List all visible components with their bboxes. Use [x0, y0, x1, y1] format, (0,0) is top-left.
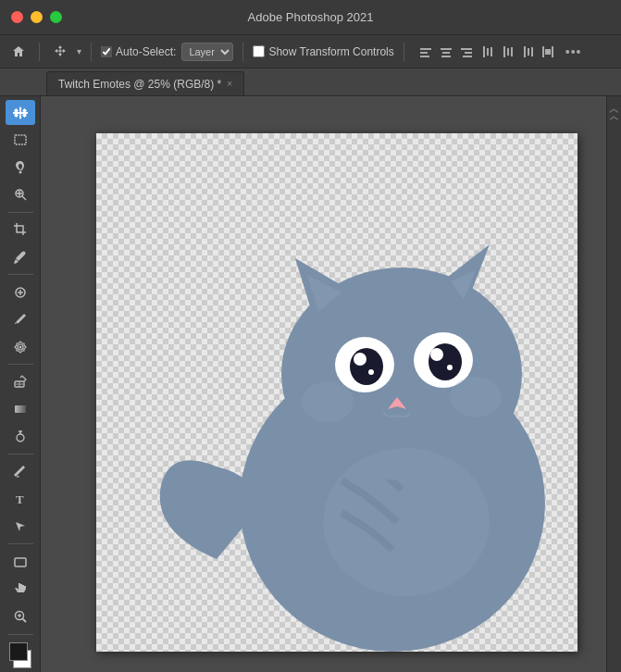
svg-rect-14 [511, 47, 513, 56]
svg-line-24 [22, 196, 26, 200]
tool-separator-5 [7, 543, 33, 544]
svg-rect-19 [552, 46, 553, 57]
dodge-tool-button[interactable] [6, 424, 35, 449]
svg-rect-3 [441, 48, 452, 50]
svg-rect-7 [465, 52, 472, 54]
move-tool-icon[interactable] [49, 41, 71, 63]
close-button[interactable] [11, 11, 23, 23]
separator-1 [39, 43, 40, 61]
svg-point-58 [420, 591, 485, 628]
shape-tool-button[interactable] [6, 549, 35, 574]
layer-select[interactable]: Layer [181, 43, 233, 61]
main-area: T [0, 96, 621, 672]
tool-separator-1 [7, 212, 33, 213]
svg-rect-18 [542, 46, 544, 57]
separator-3 [242, 43, 243, 61]
svg-rect-0 [420, 48, 431, 50]
left-toolbar: T [0, 96, 41, 672]
clone-stamp-button[interactable] [6, 334, 35, 359]
quick-select-tool-button[interactable] [6, 181, 35, 206]
more-options-icon[interactable]: ••• [565, 44, 582, 59]
show-transform-label: Show Transform Controls [268, 45, 393, 58]
svg-point-60 [450, 377, 502, 417]
align-bottom-icon[interactable] [519, 44, 536, 60]
tab-label: Twitch Emotes @ 25% (RGB/8) * [58, 78, 221, 91]
color-swatches[interactable] [6, 642, 35, 667]
tool-separator-4 [7, 454, 33, 454]
svg-rect-37 [15, 558, 26, 566]
eraser-tool-button[interactable] [6, 369, 35, 394]
hand-tool-button[interactable] [6, 577, 35, 602]
separator-2 [91, 43, 92, 61]
crop-tool-button[interactable] [6, 217, 35, 242]
home-icon[interactable] [7, 41, 30, 63]
pen-tool-button[interactable] [6, 459, 35, 484]
zoom-tool-button[interactable] [6, 604, 35, 628]
svg-rect-4 [442, 52, 450, 54]
svg-point-53 [430, 348, 443, 361]
spot-heal-tool-button[interactable] [6, 280, 35, 305]
auto-select-group: Auto-Select: [101, 45, 176, 58]
tool-separator-6 [7, 634, 33, 635]
foreground-color-swatch[interactable] [9, 642, 28, 661]
distribute-icon[interactable] [540, 44, 556, 60]
svg-rect-13 [507, 48, 509, 56]
minimize-button[interactable] [31, 11, 43, 23]
align-left-icon[interactable] [417, 44, 434, 60]
auto-select-checkbox[interactable] [101, 46, 112, 57]
options-bar: ▾ Auto-Select: Layer Show Transform Cont… [0, 35, 621, 68]
transform-group: Show Transform Controls [253, 45, 393, 58]
separator-4 [404, 43, 404, 61]
svg-rect-12 [503, 46, 505, 57]
svg-point-55 [447, 365, 453, 370]
svg-rect-15 [524, 46, 526, 57]
svg-rect-10 [487, 48, 489, 56]
panel-collapse-icon[interactable]: ❮❮ [610, 100, 619, 122]
svg-rect-32 [15, 405, 26, 413]
align-center-h-icon[interactable] [438, 44, 454, 60]
document-canvas [96, 133, 578, 652]
svg-point-54 [368, 369, 374, 375]
show-transform-checkbox[interactable] [253, 45, 265, 57]
svg-rect-6 [461, 48, 472, 50]
transparency-grid [96, 133, 578, 652]
svg-rect-8 [463, 56, 472, 57]
marquee-tool-button[interactable] [6, 127, 35, 152]
align-top-icon[interactable] [478, 44, 495, 60]
eyedropper-tool-button[interactable] [6, 244, 35, 269]
title-bar: Adobe Photoshop 2021 [0, 0, 621, 35]
svg-rect-2 [420, 56, 429, 57]
path-select-button[interactable] [6, 514, 35, 539]
align-center-v-icon[interactable] [499, 44, 515, 60]
svg-rect-20 [545, 49, 551, 55]
canvas-area[interactable] [41, 96, 606, 672]
svg-rect-9 [483, 46, 485, 57]
svg-point-30 [19, 345, 21, 348]
right-panel: ❮❮ [606, 96, 621, 672]
traffic-lights [11, 11, 62, 23]
move-tool-button[interactable] [6, 100, 35, 125]
svg-rect-21 [15, 135, 26, 144]
type-tool-button[interactable]: T [6, 487, 35, 512]
tab-close-button[interactable]: × [227, 79, 232, 89]
tool-separator-3 [7, 364, 33, 365]
brush-tool-button[interactable] [6, 307, 35, 332]
maximize-button[interactable] [50, 11, 62, 23]
auto-select-label: Auto-Select: [116, 45, 176, 58]
tab-bar: Twitch Emotes @ 25% (RGB/8) * × [0, 68, 621, 96]
align-right-icon[interactable] [458, 44, 475, 60]
svg-point-52 [354, 353, 366, 366]
svg-point-50 [350, 348, 383, 385]
move-tool-arrow[interactable]: ▾ [77, 46, 81, 56]
svg-rect-11 [491, 47, 492, 56]
svg-point-57 [300, 587, 365, 624]
gradient-tool-button[interactable] [6, 397, 35, 422]
align-icons-group [417, 44, 556, 60]
document-tab[interactable]: Twitch Emotes @ 25% (RGB/8) * × [46, 71, 244, 95]
svg-point-56 [323, 448, 490, 596]
cat-illustration [96, 133, 578, 652]
svg-rect-1 [420, 52, 428, 54]
svg-point-22 [19, 171, 21, 174]
svg-point-59 [302, 381, 354, 422]
lasso-tool-button[interactable] [6, 155, 35, 180]
